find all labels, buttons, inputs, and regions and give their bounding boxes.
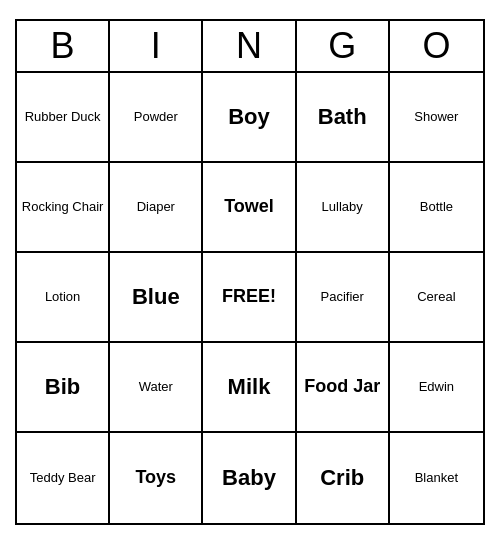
bingo-cell: Milk bbox=[203, 343, 296, 433]
bingo-header-letter: G bbox=[297, 21, 390, 71]
bingo-cell: Bottle bbox=[390, 163, 483, 253]
bingo-cell: Powder bbox=[110, 73, 203, 163]
bingo-header-letter: O bbox=[390, 21, 483, 71]
bingo-cell: Bib bbox=[17, 343, 110, 433]
bingo-header-letter: B bbox=[17, 21, 110, 71]
bingo-cell: Rocking Chair bbox=[17, 163, 110, 253]
bingo-cell: Boy bbox=[203, 73, 296, 163]
bingo-cell: Blanket bbox=[390, 433, 483, 523]
bingo-cell: Bath bbox=[297, 73, 390, 163]
bingo-cell: FREE! bbox=[203, 253, 296, 343]
bingo-header-letter: N bbox=[203, 21, 296, 71]
bingo-cell: Water bbox=[110, 343, 203, 433]
bingo-cell: Lullaby bbox=[297, 163, 390, 253]
bingo-cell: Teddy Bear bbox=[17, 433, 110, 523]
bingo-cell: Food Jar bbox=[297, 343, 390, 433]
bingo-cell: Toys bbox=[110, 433, 203, 523]
bingo-cell: Shower bbox=[390, 73, 483, 163]
bingo-cell: Rubber Duck bbox=[17, 73, 110, 163]
bingo-cell: Edwin bbox=[390, 343, 483, 433]
bingo-cell: Blue bbox=[110, 253, 203, 343]
bingo-card: BINGO Rubber DuckPowderBoyBathShowerRock… bbox=[15, 19, 485, 525]
bingo-cell: Towel bbox=[203, 163, 296, 253]
bingo-cell: Baby bbox=[203, 433, 296, 523]
bingo-cell: Pacifier bbox=[297, 253, 390, 343]
bingo-cell: Diaper bbox=[110, 163, 203, 253]
bingo-cell: Crib bbox=[297, 433, 390, 523]
bingo-cell: Lotion bbox=[17, 253, 110, 343]
bingo-header-letter: I bbox=[110, 21, 203, 71]
bingo-cell: Cereal bbox=[390, 253, 483, 343]
bingo-header: BINGO bbox=[17, 21, 483, 73]
bingo-grid: Rubber DuckPowderBoyBathShowerRocking Ch… bbox=[17, 73, 483, 523]
